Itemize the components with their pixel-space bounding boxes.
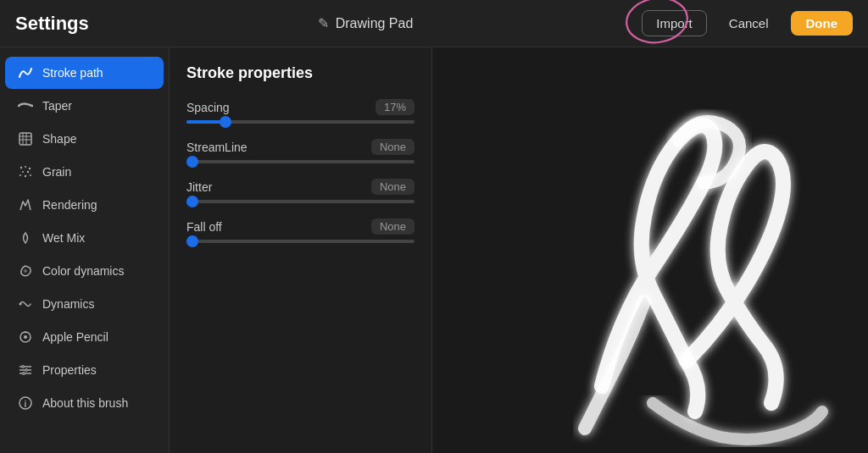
spacing-slider[interactable]: [186, 120, 415, 124]
sidebar-item-shape[interactable]: Shape: [5, 123, 164, 155]
drawing-pad-label-group: ✎ Drawing Pad: [318, 15, 414, 31]
sidebar-item-label-dynamics: Dynamics: [42, 297, 94, 311]
sidebar-item-about[interactable]: i About this brush: [5, 387, 164, 419]
drawing-canvas: [432, 47, 868, 453]
svg-point-6: [20, 167, 22, 168]
streamline-label: StreamLine: [186, 141, 248, 154]
drawing-pad[interactable]: [432, 47, 868, 453]
import-button[interactable]: Import: [642, 10, 707, 36]
panel-title: Stroke properties: [186, 64, 415, 82]
svg-point-12: [25, 175, 26, 177]
taper-icon: [17, 97, 34, 114]
streamline-value: None: [371, 139, 415, 155]
sidebar-item-properties[interactable]: Properties: [5, 354, 164, 386]
svg-point-10: [27, 171, 29, 173]
sidebar-item-label-shape: Shape: [42, 132, 76, 146]
page-title: Settings: [15, 13, 89, 35]
dynamics-icon: [17, 296, 34, 312]
drawing-pad-label: Drawing Pad: [336, 16, 414, 31]
sidebar-item-dynamics[interactable]: Dynamics: [5, 288, 164, 320]
falloff-row: Fall off None: [186, 218, 415, 243]
svg-point-15: [19, 303, 22, 306]
about-icon: i: [17, 395, 34, 412]
svg-point-23: [25, 369, 28, 372]
svg-point-13: [30, 174, 31, 176]
sidebar-item-label-about: About this brush: [42, 396, 128, 410]
sidebar-item-taper[interactable]: Taper: [5, 90, 164, 122]
sidebar: Stroke path Taper Shape: [0, 47, 170, 453]
svg-rect-1: [19, 133, 31, 145]
jitter-row: Jitter None: [186, 179, 415, 203]
svg-point-7: [25, 166, 26, 168]
sidebar-item-label-color-dynamics: Color dynamics: [42, 264, 124, 278]
header: Settings ✎ Drawing Pad Import Cancel Don…: [0, 0, 868, 47]
sidebar-item-label-stroke-path: Stroke path: [42, 66, 103, 80]
rendering-icon: [17, 196, 34, 213]
jitter-value: None: [371, 179, 415, 195]
sidebar-item-label-rendering: Rendering: [42, 198, 97, 212]
falloff-slider[interactable]: [186, 240, 415, 243]
svg-point-17: [24, 335, 27, 339]
sidebar-item-grain[interactable]: Grain: [5, 156, 164, 188]
properties-icon: [17, 362, 34, 378]
sidebar-item-rendering[interactable]: Rendering: [5, 189, 164, 221]
falloff-value: None: [371, 218, 415, 235]
sidebar-item-label-grain: Grain: [42, 165, 71, 179]
sidebar-item-label-properties: Properties: [42, 363, 97, 377]
sidebar-item-label-taper: Taper: [42, 99, 72, 113]
wet-mix-icon: [17, 229, 34, 246]
svg-text:i: i: [25, 400, 27, 409]
svg-point-11: [19, 174, 21, 176]
svg-point-22: [22, 366, 25, 368]
main-content: Stroke path Taper Shape: [0, 47, 868, 453]
falloff-label: Fall off: [186, 220, 222, 234]
svg-point-14: [24, 269, 27, 273]
jitter-slider[interactable]: [186, 200, 415, 203]
stroke-path-icon: [17, 64, 34, 81]
svg-point-9: [22, 171, 24, 173]
svg-point-24: [23, 373, 25, 375]
drawing-pad-icon: ✎: [318, 15, 329, 31]
streamline-slider[interactable]: [186, 160, 415, 163]
sidebar-item-wet-mix[interactable]: Wet Mix: [5, 222, 164, 254]
streamline-row: StreamLine None: [186, 139, 415, 163]
shape-icon: [17, 130, 34, 147]
jitter-label: Jitter: [186, 180, 212, 194]
sidebar-item-color-dynamics[interactable]: Color dynamics: [5, 255, 164, 287]
spacing-row: Spacing 17%: [186, 99, 415, 124]
spacing-label: Spacing: [186, 101, 230, 114]
svg-point-18: [25, 332, 26, 334]
sidebar-item-stroke-path[interactable]: Stroke path: [5, 57, 164, 89]
grain-icon: [17, 163, 34, 180]
apple-pencil-icon: [17, 329, 34, 345]
properties-panel: Stroke properties Spacing 17% StreamLine…: [170, 47, 432, 453]
cancel-button[interactable]: Cancel: [715, 11, 782, 36]
done-button[interactable]: Done: [791, 11, 854, 36]
color-dynamics-icon: [17, 262, 34, 279]
sidebar-item-label-wet-mix: Wet Mix: [42, 231, 85, 245]
header-actions: Import Cancel Done: [642, 10, 853, 36]
sidebar-item-apple-pencil[interactable]: Apple Pencil: [5, 321, 164, 353]
sidebar-item-label-apple-pencil: Apple Pencil: [42, 330, 108, 344]
svg-point-8: [29, 168, 31, 169]
spacing-value: 17%: [376, 99, 415, 115]
